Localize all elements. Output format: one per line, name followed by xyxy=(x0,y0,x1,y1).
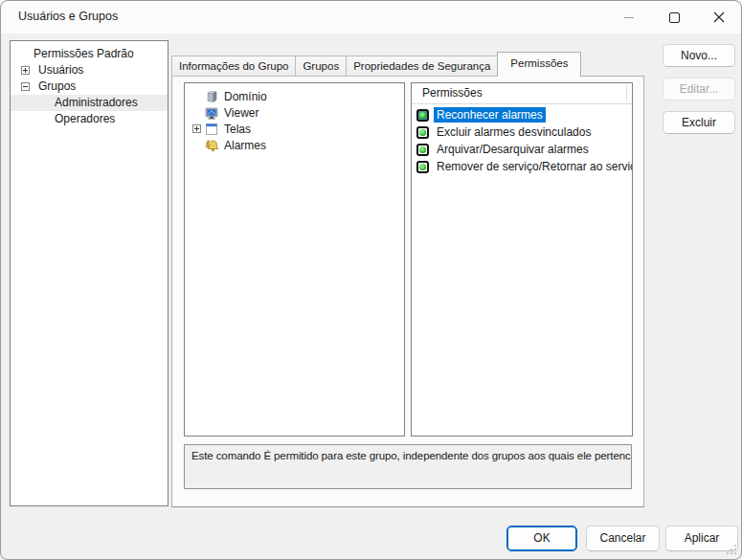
tab-grupos[interactable]: Grupos xyxy=(295,56,347,77)
maximize-icon xyxy=(669,12,680,23)
close-button[interactable] xyxy=(698,1,740,34)
sidebar-item-grupos[interactable]: Grupos xyxy=(11,78,168,95)
tree-item-telas[interactable]: Telas xyxy=(185,121,404,137)
title-bar: Usuários e Grupos xyxy=(1,1,741,34)
minimize-icon xyxy=(624,17,634,18)
window-icon xyxy=(204,122,219,137)
minimize-button[interactable] xyxy=(607,1,651,34)
maximize-button[interactable] xyxy=(652,1,696,34)
sidebar-item-label: Operadores xyxy=(11,112,115,125)
tab-informacoes-do-grupo[interactable]: Informações do Grupo xyxy=(171,56,296,77)
permission-description-box: Este comando É permitido para este grupo… xyxy=(184,444,632,489)
green-dot-icon xyxy=(416,109,429,122)
bell-icon xyxy=(204,138,219,153)
tree-item-label: Telas xyxy=(224,123,251,136)
green-dot xyxy=(419,146,426,153)
permission-label: Excluir alarmes desvinculados xyxy=(434,124,594,140)
permissions-tab-page: Domínio Viewer Telas xyxy=(171,76,644,507)
object-tree-panel: Domínio Viewer Telas xyxy=(184,82,405,437)
sidebar-item-label: Administradores xyxy=(11,96,138,109)
tab-strip: Informações do Grupo Grupos Propriedades… xyxy=(171,52,580,77)
sidebar-item-permissoes-padrao[interactable]: Permissões Padrão xyxy=(11,46,168,62)
green-dot-icon xyxy=(416,161,429,173)
permissions-column-header[interactable]: Permissões xyxy=(412,83,632,104)
green-dot xyxy=(419,112,426,119)
green-dot-icon xyxy=(416,144,429,156)
ok-button[interactable]: OK xyxy=(506,526,577,551)
new-button[interactable]: Novo... xyxy=(663,44,735,67)
server-cube-icon xyxy=(204,89,219,104)
permission-hit-area: Arquivar/Desarquivar alarmes xyxy=(416,142,593,157)
permission-label: Remover de serviço/Retornar ao serviço a… xyxy=(434,159,632,174)
permission-label: Reconhecer alarmes xyxy=(434,107,546,123)
green-dot-icon xyxy=(416,126,429,139)
sidebar-item-label: Permissões Padrão xyxy=(11,47,134,60)
resize-grip[interactable] xyxy=(725,543,737,555)
permission-item-excluir-alarmes[interactable]: Excluir alarmes desvinculados xyxy=(412,123,632,141)
groups-sidebar-tree: Permissões Padrão Usuários Grupos Admini… xyxy=(10,40,169,506)
window-title: Usuários e Grupos xyxy=(18,10,118,23)
cancel-button[interactable]: Cancelar xyxy=(586,526,660,551)
tree-item-label: Viewer xyxy=(224,106,259,120)
permission-hit-area: Remover de serviço/Retornar ao serviço a… xyxy=(416,159,632,174)
permissions-list-panel: Permissões Reconhecer alarmes Excluir al… xyxy=(411,82,633,437)
collapse-minus-icon[interactable] xyxy=(21,82,30,91)
users-groups-dialog: Usuários e Grupos Permissões Padrão Usuá… xyxy=(0,0,742,560)
permission-item-reconhecer-alarmes[interactable]: Reconhecer alarmes xyxy=(412,106,632,123)
sidebar-item-usuarios[interactable]: Usuários xyxy=(11,62,168,78)
tree-item-dominio[interactable]: Domínio xyxy=(185,88,404,104)
permission-hit-area: Reconhecer alarmes xyxy=(416,107,547,123)
sidebar-item-administradores[interactable]: Administradores xyxy=(11,95,168,111)
tree-item-label: Domínio xyxy=(224,90,267,103)
tree-item-viewer[interactable]: Viewer xyxy=(185,104,404,121)
tab-permissoes[interactable]: Permissões xyxy=(497,52,581,77)
monitor-icon xyxy=(204,105,219,121)
permission-label: Arquivar/Desarquivar alarmes xyxy=(434,142,592,157)
permission-hit-area: Excluir alarmes desvinculados xyxy=(416,124,595,140)
edit-button: Editar... xyxy=(663,78,735,101)
permission-item-arquivar-desarquivar[interactable]: Arquivar/Desarquivar alarmes xyxy=(412,141,632,158)
permission-item-remover-de-servico[interactable]: Remover de serviço/Retornar ao serviço a… xyxy=(412,158,632,175)
tab-propriedades-de-seguranca[interactable]: Propriedades de Segurança xyxy=(346,56,498,77)
expand-plus-icon[interactable] xyxy=(21,66,30,75)
tree-item-alarmes[interactable]: Alarmes xyxy=(185,137,404,153)
tree-item-label: Alarmes xyxy=(224,139,266,152)
delete-button[interactable]: Excluir xyxy=(663,111,735,134)
expand-plus-icon[interactable] xyxy=(192,124,201,133)
green-dot xyxy=(419,129,426,136)
green-dot xyxy=(419,164,426,170)
sidebar-item-operadores[interactable]: Operadores xyxy=(11,111,168,127)
close-icon xyxy=(713,11,725,23)
